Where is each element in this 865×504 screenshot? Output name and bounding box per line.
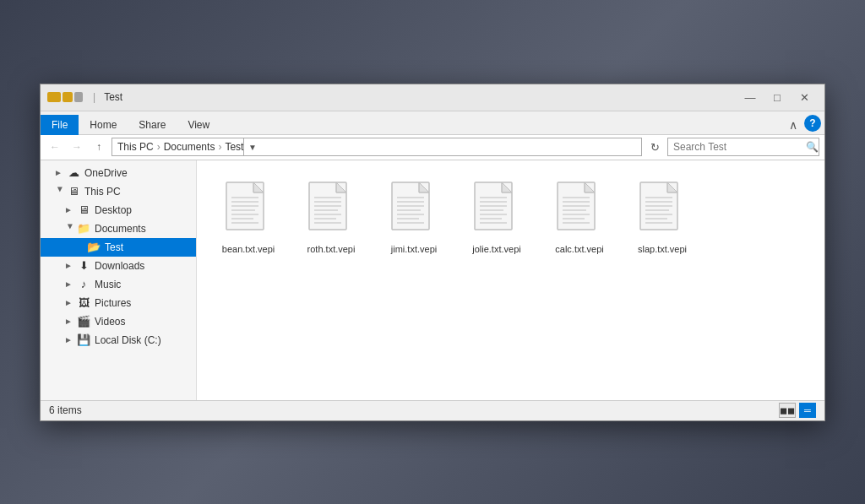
- sidebar-item-onedrive[interactable]: ► ☁ OneDrive: [41, 164, 196, 182]
- thispc-icon: 🖥: [66, 185, 81, 198]
- pin-icon: [74, 92, 83, 102]
- folder-icon-small: [63, 92, 73, 102]
- item-count: 6 items: [49, 404, 82, 416]
- sidebar-item-test[interactable]: 📂 Test: [41, 238, 196, 257]
- sidebar-item-localdisk[interactable]: ► 💾 Local Disk (C:): [41, 331, 196, 350]
- status-bar: 6 items ◼◼ ═: [41, 400, 824, 420]
- maximize-button[interactable]: □: [764, 85, 791, 109]
- expand-arrow-localdisk: ►: [64, 335, 76, 344]
- window-controls: — □ ✕: [737, 85, 818, 109]
- expand-arrow-desktop: ►: [64, 205, 76, 214]
- expand-arrow-music: ►: [64, 279, 76, 289]
- grid-view-button[interactable]: ◼◼: [779, 403, 796, 418]
- file-icon: [306, 179, 356, 240]
- minimize-button[interactable]: —: [737, 85, 764, 109]
- file-icon: [223, 179, 274, 240]
- back-button[interactable]: ←: [46, 138, 64, 156]
- address-bar: ← → ↑ This PC › Documents › Test ▼ ↻ 🔍: [41, 135, 824, 160]
- path-test: Test: [225, 141, 243, 153]
- file-icon: [389, 179, 439, 240]
- sidebar-item-pictures[interactable]: ► 🖼 Pictures: [41, 294, 196, 312]
- file-item[interactable]: roth.txt.vepi: [293, 174, 369, 260]
- test-label: Test: [105, 241, 123, 253]
- path-arrow-1: ›: [157, 141, 160, 153]
- videos-icon: 🎬: [76, 315, 91, 328]
- file-icon: [554, 179, 605, 240]
- expand-arrow-documents: ►: [66, 223, 75, 235]
- up-button[interactable]: ↑: [90, 138, 108, 156]
- expand-arrow-videos: ►: [64, 317, 76, 326]
- file-item[interactable]: jolie.txt.vepi: [459, 174, 535, 260]
- list-view-button[interactable]: ═: [799, 403, 816, 418]
- search-box: 🔍: [667, 138, 819, 156]
- folder-icon-large: [47, 92, 61, 102]
- pictures-icon: 🖼: [76, 296, 91, 310]
- onedrive-icon: ☁: [66, 166, 81, 180]
- videos-label: Videos: [95, 316, 125, 328]
- ribbon-tabs: File Home Share View ∧ ?: [41, 111, 824, 135]
- file-item[interactable]: slap.txt.vepi: [624, 174, 700, 260]
- file-item[interactable]: calc.txt.vepi: [541, 174, 617, 260]
- main-content: ► ☁ OneDrive ► 🖥 This PC ► 🖥 Desktop ► 📁…: [41, 160, 824, 400]
- expand-arrow-thispc: ►: [56, 186, 65, 198]
- title-bar: | Test — □ ✕: [41, 84, 824, 111]
- file-area: bean.txt.vepi roth.txt.vepi jimi.txt.vep…: [197, 160, 824, 400]
- file-name: slap.txt.vepi: [638, 243, 687, 255]
- title-separator: |: [93, 91, 95, 103]
- tab-home[interactable]: Home: [79, 115, 128, 135]
- file-name: calc.txt.vepi: [555, 243, 603, 255]
- path-documents: Documents: [164, 141, 215, 153]
- file-name: roth.txt.vepi: [307, 243, 356, 255]
- view-toggle: ◼◼ ═: [779, 403, 816, 418]
- expand-arrow-pictures: ►: [64, 298, 76, 307]
- sidebar-item-downloads[interactable]: ► ⬇ Downloads: [41, 257, 196, 275]
- onedrive-label: OneDrive: [84, 167, 128, 179]
- path-thispc: This PC: [117, 141, 154, 153]
- help-button[interactable]: ?: [804, 115, 821, 132]
- sidebar-item-thispc[interactable]: ► 🖥 This PC: [41, 182, 196, 201]
- desktop-label: Desktop: [95, 204, 132, 216]
- tab-view[interactable]: View: [177, 115, 220, 135]
- search-icon[interactable]: 🔍: [805, 138, 819, 156]
- tab-file[interactable]: File: [41, 115, 79, 135]
- address-dropdown-button[interactable]: ▼: [243, 138, 260, 156]
- title-bar-icons: [47, 92, 83, 102]
- address-path[interactable]: This PC › Documents › Test ▼: [112, 138, 642, 156]
- music-label: Music: [95, 279, 121, 290]
- file-item[interactable]: bean.txt.vepi: [210, 174, 286, 260]
- thispc-label: This PC: [84, 186, 121, 198]
- file-name: bean.txt.vepi: [222, 243, 275, 255]
- music-icon: ♪: [76, 278, 91, 291]
- sidebar-item-desktop[interactable]: ► 🖥 Desktop: [41, 201, 196, 219]
- pictures-label: Pictures: [95, 297, 131, 309]
- expand-arrow-downloads: ►: [64, 261, 76, 270]
- expand-arrow-onedrive: ►: [54, 168, 66, 177]
- sidebar-item-videos[interactable]: ► 🎬 Videos: [41, 312, 196, 331]
- file-name: jolie.txt.vepi: [472, 243, 520, 255]
- documents-label: Documents: [95, 223, 146, 235]
- file-explorer-window: | Test — □ ✕ File Home Share View ∧ ? ← …: [40, 84, 825, 421]
- search-input[interactable]: [668, 141, 805, 153]
- downloads-icon: ⬇: [76, 259, 91, 273]
- forward-button[interactable]: →: [68, 138, 86, 156]
- test-folder-icon: 📂: [86, 241, 101, 254]
- tab-share[interactable]: Share: [128, 115, 177, 135]
- desktop-icon: 🖥: [76, 203, 91, 217]
- window-title: Test: [104, 91, 737, 103]
- refresh-button[interactable]: ↻: [645, 138, 664, 156]
- downloads-label: Downloads: [95, 260, 144, 272]
- localdisk-icon: 💾: [76, 333, 91, 347]
- file-name: jimi.txt.vepi: [391, 243, 437, 255]
- file-icon: [637, 179, 688, 240]
- sidebar-item-documents[interactable]: ► 📁 Documents: [41, 219, 196, 238]
- close-button[interactable]: ✕: [791, 85, 818, 109]
- sidebar-item-music[interactable]: ► ♪ Music: [41, 275, 196, 294]
- ribbon-expand-button[interactable]: ∧: [786, 118, 801, 132]
- documents-icon: 📁: [76, 222, 91, 236]
- localdisk-label: Local Disk (C:): [95, 334, 161, 346]
- file-item[interactable]: jimi.txt.vepi: [376, 174, 452, 260]
- file-icon: [471, 179, 522, 240]
- path-arrow-2: ›: [218, 141, 221, 153]
- sidebar: ► ☁ OneDrive ► 🖥 This PC ► 🖥 Desktop ► 📁…: [41, 160, 197, 400]
